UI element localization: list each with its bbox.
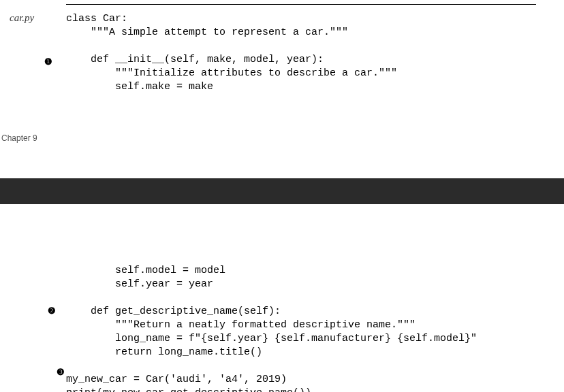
code-block-top: class Car: """A simple attempt to repres… bbox=[66, 12, 397, 94]
code-block-bottom: self.model = model self.year = year def … bbox=[66, 264, 477, 392]
filename-label: car.py bbox=[10, 12, 34, 24]
chapter-label: Chapter 9 bbox=[1, 133, 37, 143]
horizontal-rule bbox=[66, 4, 536, 5]
annotation-bullet-2: ❷ bbox=[48, 306, 56, 316]
annotation-bullet-1: ❶ bbox=[44, 56, 52, 67]
annotation-bullet-3: ❸ bbox=[57, 367, 65, 378]
page-break-bar bbox=[0, 178, 564, 204]
